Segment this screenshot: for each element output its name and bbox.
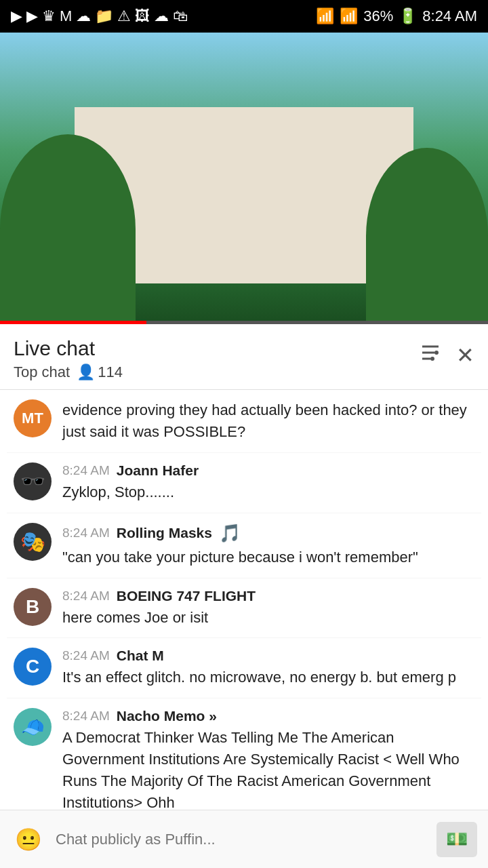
message-time: 8:24 AM [62,526,110,540]
play-icon: ▶ [26,7,38,25]
list-item: MT evidence proving they had actually be… [7,390,481,453]
livechat-title: Live chat [14,336,123,361]
message-content: 8:24 AM BOEING 747 FLIGHT here comes Joe… [62,588,474,629]
wifi-icon: 📶 [316,7,334,25]
status-bar: ▶ ▶ ♛ M ☁ 📁 ⚠ 🖼 ☁ 🛍 📶 📶 36% 🔋 8:24 AM [0,0,488,33]
bag-icon: 🛍 [173,7,188,25]
avatar: 🕶️ [14,462,52,500]
message-text: It's an effect glitch. no microwave, no … [62,667,474,688]
battery-icon: 🔋 [399,7,417,25]
message-author: Nacho Memo » [117,708,217,724]
message-author: BOEING 747 FLIGHT [117,588,256,604]
header-actions: ✕ [418,336,474,370]
message-author: Rolling Masks [117,525,212,541]
video-trees-right [366,148,488,324]
list-item: C 8:24 AM Chat M It's an effect glitch. … [7,638,481,698]
avatar: C [14,648,52,686]
livechat-subtitle: Top chat 👤 114 [14,363,123,381]
svg-point-3 [434,351,439,355]
message-meta: 8:24 AM Joann Hafer [62,462,474,479]
viewer-count: 👤 114 [77,363,123,381]
avatar: B [14,588,52,626]
clock: 8:24 AM [422,7,477,25]
signal-icon: 📶 [340,7,358,25]
message-meta: 8:24 AM Rolling Masks 🎵 [62,523,474,544]
list-item: 🕶️ 8:24 AM Joann Hafer Zyklop, Stop.....… [7,453,481,513]
message-meta: 8:24 AM Nacho Memo » [62,708,474,724]
message-meta: 8:24 AM Chat M [62,648,474,664]
chat-messages: MT evidence proving they had actually be… [0,390,488,868]
avatar: MT [14,399,52,437]
message-text: "can you take your picture because i won… [62,547,474,568]
video-progress-fill [0,321,146,324]
message-author: Chat M [117,648,164,664]
m-icon: M [60,7,72,25]
music-icon: 🎵 [219,523,241,544]
folder-icon: 📁 [95,7,113,25]
viewer-number: 114 [98,363,123,381]
status-icons: ▶ ▶ ♛ M ☁ 📁 ⚠ 🖼 ☁ 🛍 [11,7,188,25]
message-text: Zyklop, Stop....... [62,481,474,503]
filter-icon[interactable] [418,340,443,370]
message-content: 8:24 AM Chat M It's an effect glitch. no… [62,648,474,688]
avatar: 🎭 [14,523,52,561]
close-icon[interactable]: ✕ [456,342,474,368]
message-meta: 8:24 AM BOEING 747 FLIGHT [62,588,474,604]
message-time: 8:24 AM [62,648,110,663]
message-text: evidence proving they had actually been … [62,399,474,443]
warning-icon: ⚠ [117,7,131,25]
livechat-title-group: Live chat Top chat 👤 114 [14,336,123,381]
cloud-icon: ☁ [76,7,91,25]
list-item: 🎭 8:24 AM Rolling Masks 🎵 "can you take … [7,513,481,578]
message-time: 8:24 AM [62,463,110,478]
chat-input[interactable] [56,822,427,857]
livechat-header: Live chat Top chat 👤 114 ✕ [0,324,488,390]
send-button[interactable]: 💵 [436,822,477,857]
person-icon: 👤 [77,363,95,381]
battery-percent: 36% [363,7,393,25]
cloud2-icon: ☁ [154,7,169,25]
video-player[interactable] [0,33,488,324]
message-content: evidence proving they had actually been … [62,399,474,443]
status-right-info: 📶 📶 36% 🔋 8:24 AM [316,7,477,25]
message-content: 8:24 AM Rolling Masks 🎵 "can you take yo… [62,523,474,568]
top-chat-label[interactable]: Top chat [14,363,70,381]
message-text: here comes Joe or isit [62,607,474,629]
message-author: Joann Hafer [117,462,199,479]
message-time: 8:24 AM [62,589,110,604]
crown-icon: ♛ [42,7,56,25]
image-icon: 🖼 [135,7,150,25]
send-icon: 💵 [446,829,468,850]
list-item: B 8:24 AM BOEING 747 FLIGHT here comes J… [7,578,481,639]
emoji-button[interactable]: 😐 [11,822,46,857]
message-time: 8:24 AM [62,709,110,724]
video-progress-bar[interactable] [0,321,488,324]
video-trees-left [0,134,136,324]
message-content: 8:24 AM Joann Hafer Zyklop, Stop....... [62,462,474,503]
chat-input-area: 😐 💵 [0,810,488,868]
svg-point-4 [430,357,434,361]
youtube-icon: ▶ [11,7,22,25]
avatar: 🧢 [14,708,52,746]
